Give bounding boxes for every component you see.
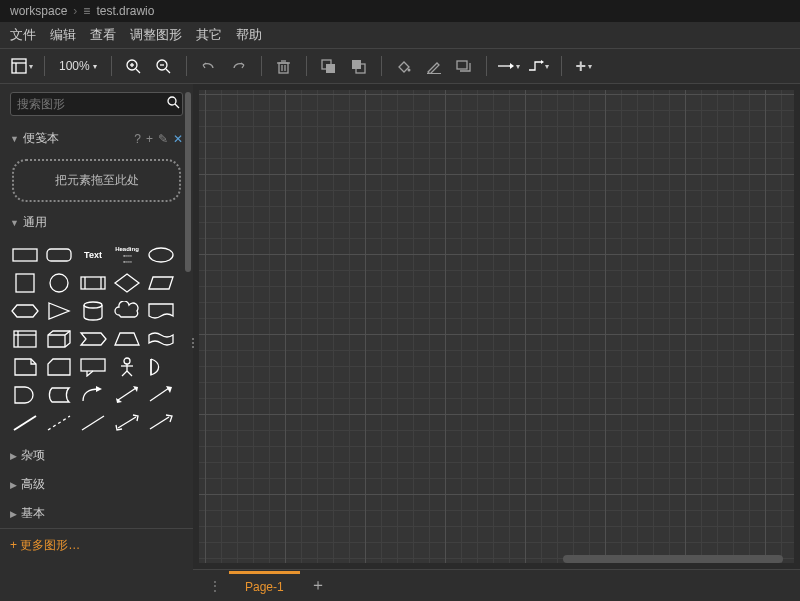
help-icon[interactable]: ? xyxy=(134,132,141,146)
svg-rect-25 xyxy=(13,249,37,261)
menu-arrange[interactable]: 调整图形 xyxy=(130,26,182,44)
add-icon[interactable]: + xyxy=(146,132,153,146)
zoom-out-button[interactable] xyxy=(150,52,178,80)
svg-rect-28 xyxy=(16,274,34,292)
svg-rect-34 xyxy=(14,331,36,347)
undo-button[interactable] xyxy=(195,52,223,80)
menu-file[interactable]: 文件 xyxy=(10,26,36,44)
shape-diamond[interactable] xyxy=(112,271,142,295)
svg-line-4 xyxy=(136,69,140,73)
shape-card[interactable] xyxy=(44,355,74,379)
shape-rectangle[interactable] xyxy=(10,243,40,267)
shape-arrow[interactable] xyxy=(146,383,176,407)
shape-actor[interactable] xyxy=(112,355,142,379)
shape-triangle[interactable] xyxy=(44,299,74,323)
advanced-header[interactable]: ▶ 高级 xyxy=(0,470,193,499)
delete-button[interactable] xyxy=(270,52,298,80)
page-tab-1[interactable]: Page-1 xyxy=(229,571,300,600)
svg-rect-10 xyxy=(279,63,288,73)
shape-line-thick[interactable] xyxy=(10,411,40,435)
shape-cube[interactable] xyxy=(44,327,74,351)
shapes-generic-header[interactable]: ▼ 通用 xyxy=(0,208,193,237)
search-icon[interactable] xyxy=(167,96,180,112)
svg-line-48 xyxy=(82,416,104,430)
shape-bidir-arrow[interactable] xyxy=(112,383,142,407)
svg-line-47 xyxy=(48,416,70,430)
shadow-button[interactable] xyxy=(450,52,478,80)
svg-rect-16 xyxy=(326,64,335,73)
shape-heading[interactable]: Heading━━━━━━━━━━ xyxy=(112,243,142,267)
view-mode-button[interactable]: ▾ xyxy=(8,52,36,80)
close-icon[interactable]: ✕ xyxy=(173,132,183,146)
redo-button[interactable] xyxy=(225,52,253,80)
shape-process[interactable] xyxy=(78,271,108,295)
shape-data-storage[interactable] xyxy=(44,383,74,407)
waypoint-button[interactable]: ▾ xyxy=(525,52,553,80)
search-shapes-box xyxy=(10,92,183,116)
line-color-button[interactable] xyxy=(420,52,448,80)
shape-line[interactable] xyxy=(78,411,108,435)
shape-bidir-thin-arrow[interactable] xyxy=(112,411,142,435)
file-type-icon: ≡ xyxy=(83,4,90,18)
shape-curve-arrow[interactable] xyxy=(78,383,108,407)
breadcrumb-root[interactable]: workspace xyxy=(10,4,67,18)
shape-text[interactable]: Text xyxy=(78,243,108,267)
basic-header[interactable]: ▶ 基本 xyxy=(0,499,193,528)
drawing-canvas[interactable] xyxy=(199,90,794,563)
menu-help[interactable]: 帮助 xyxy=(236,26,262,44)
edit-icon[interactable]: ✎ xyxy=(158,132,168,146)
more-shapes-button[interactable]: + 更多图形… xyxy=(0,528,193,562)
shape-internal-storage[interactable] xyxy=(10,327,40,351)
shape-cloud[interactable] xyxy=(112,299,142,323)
fill-color-button[interactable] xyxy=(390,52,418,80)
shape-and[interactable] xyxy=(10,383,40,407)
svg-line-44 xyxy=(118,388,136,400)
shape-or[interactable] xyxy=(146,355,176,379)
shape-square[interactable] xyxy=(10,271,40,295)
menu-view[interactable]: 查看 xyxy=(90,26,116,44)
shapes-generic-title: 通用 xyxy=(23,214,47,231)
breadcrumb-file[interactable]: test.drawio xyxy=(96,4,154,18)
svg-line-41 xyxy=(122,371,127,376)
svg-line-49 xyxy=(118,417,136,428)
chevron-right-icon: ▶ xyxy=(10,509,17,519)
to-front-button[interactable] xyxy=(315,52,343,80)
scratchpad-header[interactable]: ▼ 便笺本 ? + ✎ ✕ xyxy=(0,124,193,153)
menubar: 文件 编辑 查看 调整图形 其它 帮助 xyxy=(0,22,800,48)
menu-extras[interactable]: 其它 xyxy=(196,26,222,44)
search-shapes-input[interactable] xyxy=(17,97,167,111)
menu-edit[interactable]: 编辑 xyxy=(50,26,76,44)
shape-ellipse[interactable] xyxy=(146,243,176,267)
to-back-button[interactable] xyxy=(345,52,373,80)
shape-step[interactable] xyxy=(78,327,108,351)
canvas-horizontal-scrollbar[interactable] xyxy=(563,555,783,563)
pages-menu-button[interactable]: ⋮ xyxy=(201,579,229,593)
add-page-button[interactable]: ＋ xyxy=(300,575,336,596)
shape-dashed-line[interactable] xyxy=(44,411,74,435)
shape-note[interactable] xyxy=(10,355,40,379)
svg-rect-0 xyxy=(12,59,26,73)
chevron-down-icon: ▼ xyxy=(10,218,19,228)
svg-point-38 xyxy=(124,358,130,364)
shape-trapezoid[interactable] xyxy=(112,327,142,351)
misc-header[interactable]: ▶ 杂项 xyxy=(0,441,193,470)
svg-rect-26 xyxy=(47,249,71,261)
svg-line-46 xyxy=(14,416,36,430)
shape-document[interactable] xyxy=(146,299,176,323)
shape-thin-arrow[interactable] xyxy=(146,411,176,435)
shape-hexagon[interactable] xyxy=(10,299,40,323)
zoom-in-button[interactable] xyxy=(120,52,148,80)
connection-button[interactable]: ▾ xyxy=(495,52,523,80)
shape-circle[interactable] xyxy=(44,271,74,295)
zoom-dropdown[interactable]: 100%▾ xyxy=(53,55,103,77)
shape-parallelogram[interactable] xyxy=(146,271,176,295)
sidebar-splitter[interactable] xyxy=(190,333,196,353)
shape-rounded-rect[interactable] xyxy=(44,243,74,267)
svg-point-23 xyxy=(168,97,176,105)
shape-cylinder[interactable] xyxy=(78,299,108,323)
svg-line-42 xyxy=(127,371,132,376)
shape-tape[interactable] xyxy=(146,327,176,351)
scratchpad-dropzone[interactable]: 把元素拖至此处 xyxy=(12,159,181,202)
insert-button[interactable]: +▾ xyxy=(570,52,598,80)
shape-callout[interactable] xyxy=(78,355,108,379)
